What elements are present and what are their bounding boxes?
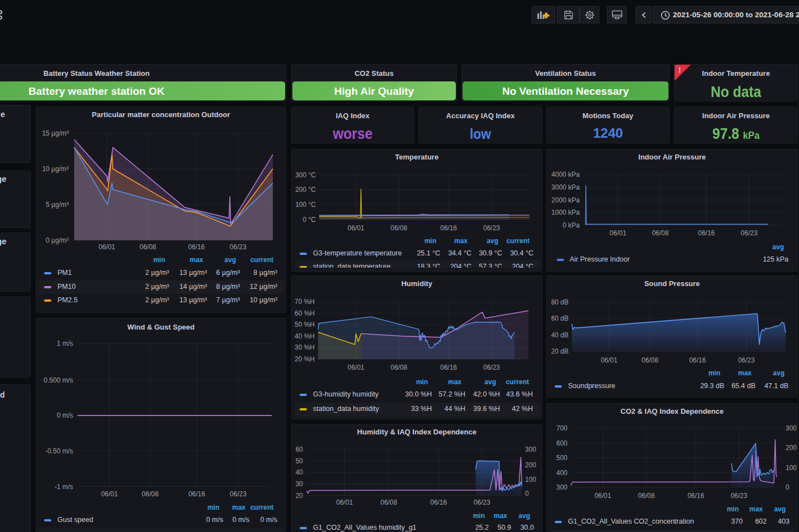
svg-text:15 µg/m³: 15 µg/m³ bbox=[42, 129, 69, 137]
svg-text:4000 kPa: 4000 kPa bbox=[551, 171, 580, 178]
svg-text:30 %H: 30 %H bbox=[295, 344, 315, 351]
svg-text:300: 300 bbox=[786, 424, 797, 432]
svg-text:200: 200 bbox=[525, 461, 536, 469]
svg-text:0 m/s: 0 m/s bbox=[57, 412, 73, 419]
svg-text:06/16: 06/16 bbox=[440, 364, 457, 371]
svg-text:0 µg/m³: 0 µg/m³ bbox=[46, 236, 69, 244]
svg-text:200 °C: 200 °C bbox=[295, 186, 316, 194]
svg-text:3000 kPa: 3000 kPa bbox=[551, 183, 580, 191]
svg-text:1 m/s: 1 m/s bbox=[57, 340, 73, 347]
svg-text:06/23: 06/23 bbox=[741, 229, 758, 237]
svg-text:50: 50 bbox=[296, 457, 304, 465]
svg-text:06/01: 06/01 bbox=[348, 224, 364, 232]
svg-text:-0.50 m/s: -0.50 m/s bbox=[45, 447, 73, 455]
svg-text:06/16: 06/16 bbox=[440, 224, 457, 232]
svg-text:500: 500 bbox=[556, 454, 567, 462]
svg-text:!: ! bbox=[678, 66, 681, 74]
svg-text:100 °C: 100 °C bbox=[295, 201, 316, 209]
svg-text:06/23: 06/23 bbox=[730, 492, 747, 500]
svg-text:06/23: 06/23 bbox=[483, 364, 500, 371]
svg-text:-1 m/s: -1 m/s bbox=[55, 483, 73, 491]
svg-text:06/16: 06/16 bbox=[698, 229, 715, 237]
svg-text:60 dB: 60 dB bbox=[551, 315, 569, 322]
svg-text:06/16: 06/16 bbox=[430, 499, 447, 506]
svg-text:1000 kPa: 1000 kPa bbox=[551, 209, 580, 216]
svg-text:2000 kPa: 2000 kPa bbox=[551, 196, 580, 204]
svg-text:60: 60 bbox=[296, 446, 304, 453]
svg-text:100: 100 bbox=[525, 476, 536, 483]
svg-text:80 dB: 80 dB bbox=[551, 298, 569, 306]
svg-text:06/01: 06/01 bbox=[348, 364, 364, 371]
svg-text:06/16: 06/16 bbox=[687, 492, 704, 500]
svg-text:0: 0 bbox=[525, 490, 529, 497]
svg-text:30: 30 bbox=[296, 480, 304, 488]
svg-text:06/23: 06/23 bbox=[483, 224, 500, 232]
svg-text:06/23: 06/23 bbox=[738, 356, 755, 364]
svg-text:06/08: 06/08 bbox=[638, 492, 654, 500]
svg-text:06/01: 06/01 bbox=[610, 229, 627, 237]
svg-text:0.500 m/s: 0.500 m/s bbox=[44, 376, 73, 384]
svg-text:06/08: 06/08 bbox=[391, 224, 407, 232]
svg-text:20: 20 bbox=[296, 492, 304, 500]
svg-text:06/08: 06/08 bbox=[652, 229, 668, 237]
svg-text:0: 0 bbox=[786, 483, 790, 491]
svg-text:600: 600 bbox=[556, 439, 567, 447]
svg-text:06/01: 06/01 bbox=[594, 492, 611, 500]
svg-text:300: 300 bbox=[525, 446, 536, 453]
svg-text:700: 700 bbox=[556, 424, 567, 432]
svg-text:5 µg/m³: 5 µg/m³ bbox=[46, 201, 69, 209]
svg-text:0 kPa: 0 kPa bbox=[562, 221, 580, 229]
svg-text:70 %H: 70 %H bbox=[295, 298, 315, 306]
svg-text:06/01: 06/01 bbox=[101, 490, 118, 498]
svg-text:40: 40 bbox=[296, 468, 304, 476]
svg-text:06/08: 06/08 bbox=[139, 243, 156, 251]
svg-text:400: 400 bbox=[556, 469, 567, 477]
svg-text:40 dB: 40 dB bbox=[551, 331, 569, 339]
svg-text:20 %H: 20 %H bbox=[295, 355, 315, 363]
svg-text:06/08: 06/08 bbox=[642, 356, 658, 364]
svg-text:300: 300 bbox=[556, 483, 567, 491]
svg-text:06/01: 06/01 bbox=[98, 243, 115, 251]
svg-text:06/08: 06/08 bbox=[381, 499, 397, 506]
svg-text:300 °C: 300 °C bbox=[295, 171, 316, 179]
svg-text:0 °C: 0 °C bbox=[303, 216, 316, 224]
svg-text:06/08: 06/08 bbox=[142, 490, 158, 498]
svg-text:06/16: 06/16 bbox=[189, 490, 205, 498]
svg-text:06/23: 06/23 bbox=[230, 243, 247, 251]
svg-text:06/08: 06/08 bbox=[391, 364, 407, 371]
svg-text:06/01: 06/01 bbox=[336, 499, 353, 506]
svg-text:100: 100 bbox=[786, 464, 797, 472]
svg-text:50 %H: 50 %H bbox=[295, 321, 315, 328]
svg-text:06/16: 06/16 bbox=[689, 356, 706, 364]
svg-text:200: 200 bbox=[786, 444, 797, 452]
svg-text:06/23: 06/23 bbox=[474, 499, 490, 506]
svg-text:40 %H: 40 %H bbox=[295, 332, 315, 340]
svg-text:60 %H: 60 %H bbox=[295, 309, 315, 317]
svg-text:10 µg/m³: 10 µg/m³ bbox=[42, 165, 69, 173]
svg-text:20 dB: 20 dB bbox=[551, 347, 569, 355]
svg-text:06/16: 06/16 bbox=[188, 243, 205, 251]
svg-text:06/23: 06/23 bbox=[230, 490, 247, 498]
svg-text:06/01: 06/01 bbox=[601, 356, 618, 364]
